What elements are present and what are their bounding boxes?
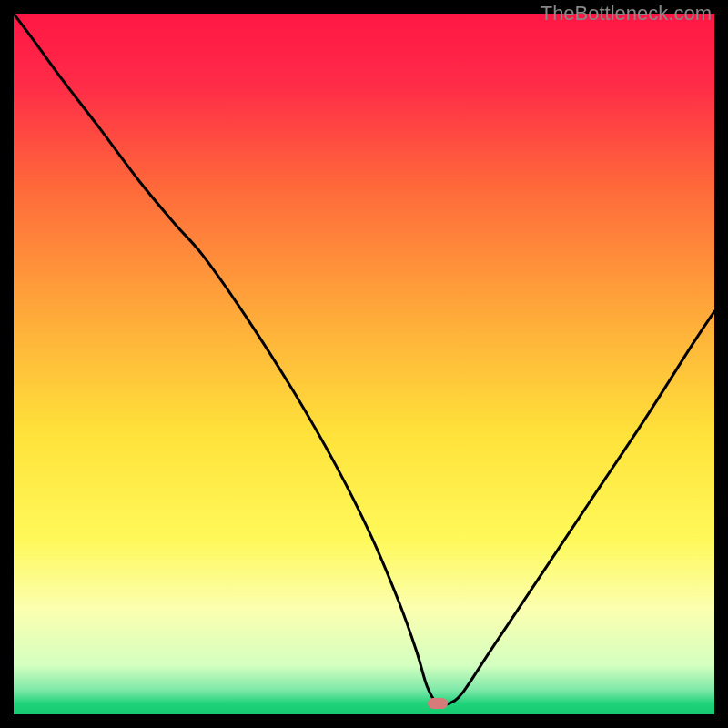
- chart-container: TheBottleneck.com: [0, 0, 728, 728]
- bottleneck-curve: [14, 14, 714, 714]
- plot-area: [14, 14, 714, 714]
- optimal-point-marker: [428, 698, 448, 709]
- watermark-text: TheBottleneck.com: [541, 2, 712, 25]
